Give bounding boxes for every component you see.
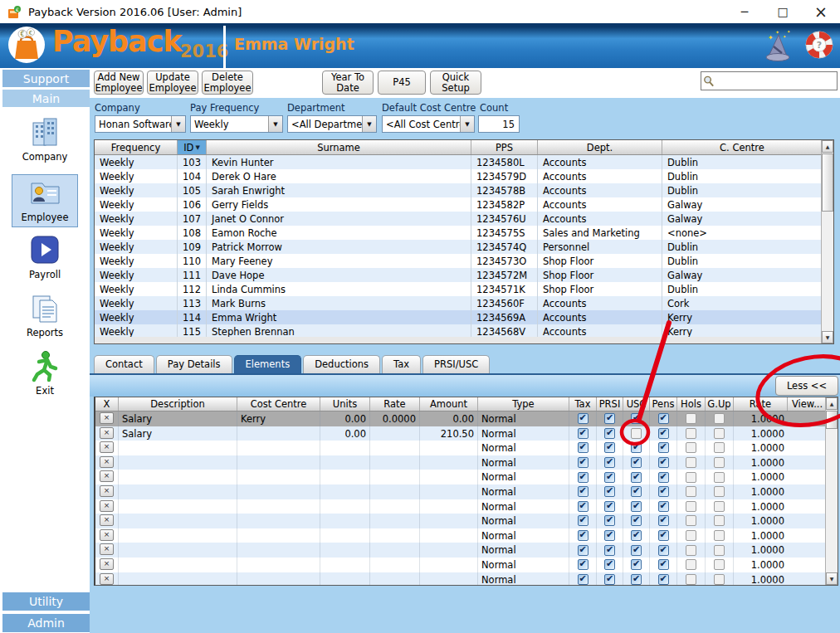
- employee-row[interactable]: Weekly113Mark Burns1234560FAccountsCork: [95, 296, 821, 310]
- usc-checkbox[interactable]: [631, 413, 642, 424]
- sidebar-section-main[interactable]: Main: [2, 90, 90, 107]
- company-filter-dropdown[interactable]: Honan Software ▼: [95, 115, 186, 133]
- prsi-checkbox[interactable]: [604, 530, 615, 541]
- scroll-up-icon[interactable]: ▲: [826, 397, 838, 410]
- element-row[interactable]: ×Normal1.0000: [95, 455, 825, 470]
- scroll-down-icon[interactable]: ▼: [822, 331, 833, 343]
- tab-tax[interactable]: Tax: [382, 355, 421, 373]
- chevron-down-icon[interactable]: ▼: [362, 116, 376, 132]
- delete-element-button[interactable]: ×: [100, 427, 114, 439]
- employee-row[interactable]: Weekly108Eamon Roche1234575SSales and Ma…: [95, 226, 821, 240]
- prsi-checkbox[interactable]: [604, 574, 615, 585]
- search-input[interactable]: [715, 72, 837, 90]
- chevron-down-icon[interactable]: ▼: [460, 116, 474, 132]
- tax-checkbox[interactable]: [578, 559, 588, 570]
- delete-element-button[interactable]: ×: [100, 412, 114, 424]
- employee-row[interactable]: Weekly114Emma Wright1234569AAccountsKerr…: [95, 310, 821, 324]
- pens-checkbox[interactable]: [658, 545, 669, 556]
- gup-checkbox[interactable]: [714, 486, 725, 497]
- column-header-id[interactable]: ID▼: [178, 140, 207, 154]
- usc-checkbox[interactable]: [631, 501, 642, 512]
- pens-checkbox[interactable]: [658, 501, 669, 512]
- prsi-checkbox[interactable]: [604, 545, 615, 556]
- quick-setup-button[interactable]: Quick Setup: [430, 71, 481, 95]
- wizard-hat-icon[interactable]: ✦ ✦ ✦ ✦: [762, 28, 795, 63]
- gup-checkbox[interactable]: [714, 559, 725, 570]
- chevron-down-icon[interactable]: ▼: [268, 116, 282, 132]
- usc-checkbox[interactable]: [631, 472, 642, 483]
- gup-checkbox[interactable]: [714, 472, 725, 483]
- delete-element-button[interactable]: ×: [100, 573, 114, 585]
- prsi-checkbox[interactable]: [604, 501, 615, 512]
- pens-checkbox[interactable]: [658, 472, 669, 483]
- elements-column-header-hols[interactable]: Hols: [677, 397, 706, 411]
- tab-pay-details[interactable]: Pay Details: [156, 355, 232, 373]
- pens-checkbox[interactable]: [658, 530, 669, 541]
- pens-checkbox[interactable]: [658, 515, 669, 526]
- scroll-up-icon[interactable]: ▲: [822, 140, 833, 153]
- department-filter-dropdown[interactable]: <All Department ▼: [287, 115, 377, 133]
- sidebar-section-utility[interactable]: Utility: [2, 592, 90, 611]
- delete-element-button[interactable]: ×: [100, 485, 114, 497]
- gup-checkbox[interactable]: [714, 428, 725, 439]
- delete-element-button[interactable]: ×: [100, 558, 114, 570]
- delete-element-button[interactable]: ×: [100, 500, 114, 512]
- tax-checkbox[interactable]: [578, 574, 588, 585]
- employee-row[interactable]: Weekly106Gerry Fields1234582PAccountsGal…: [95, 197, 821, 212]
- employee-row[interactable]: Weekly110Mary Feeney1234573OShop FloorDu…: [95, 254, 821, 268]
- add-new-employee-button[interactable]: Add New Employee: [94, 71, 144, 95]
- element-row[interactable]: ×Normal1.0000: [95, 441, 825, 455]
- elements-column-header-rate-multiplier[interactable]: Rate: [734, 397, 788, 411]
- maximize-button[interactable]: □: [764, 0, 802, 23]
- element-row[interactable]: ×Salary0.00210.50Normal1.0000: [95, 426, 825, 441]
- elements-column-header-rate[interactable]: Rate: [370, 397, 420, 411]
- tax-checkbox[interactable]: [578, 486, 588, 497]
- element-row[interactable]: ×Normal1.0000: [95, 514, 825, 528]
- prsi-checkbox[interactable]: [604, 559, 615, 570]
- hols-checkbox[interactable]: [686, 530, 696, 541]
- elements-column-header-prsi[interactable]: PRSI: [597, 397, 623, 411]
- elements-column-header-units[interactable]: Units: [320, 397, 370, 411]
- sidebar-item-company[interactable]: Company: [12, 114, 78, 168]
- prsi-checkbox[interactable]: [604, 472, 615, 483]
- hols-checkbox[interactable]: [686, 428, 696, 439]
- element-row[interactable]: ×Normal1.0000: [95, 558, 825, 572]
- hols-checkbox[interactable]: [686, 515, 696, 526]
- prsi-checkbox[interactable]: [604, 442, 615, 453]
- elements-table-scrollbar[interactable]: ▲ ▼: [825, 397, 838, 585]
- column-header-surname[interactable]: Surname: [207, 140, 471, 154]
- close-button[interactable]: ×: [802, 0, 840, 23]
- pens-checkbox[interactable]: [658, 442, 669, 453]
- less-button[interactable]: Less <<: [775, 376, 838, 396]
- minimize-button[interactable]: ─: [725, 0, 764, 23]
- pens-checkbox[interactable]: [658, 574, 669, 585]
- usc-checkbox[interactable]: [631, 486, 642, 497]
- prsi-checkbox[interactable]: [604, 413, 615, 424]
- employee-row[interactable]: Weekly112Linda Cummins1234571KShop Floor…: [95, 282, 821, 296]
- tax-checkbox[interactable]: [578, 472, 588, 483]
- element-row[interactable]: ×SalaryKerry0.000.00000.00Normal1.0000: [95, 411, 825, 426]
- elements-column-header-gup[interactable]: G.Up: [706, 397, 734, 411]
- tax-checkbox[interactable]: [578, 457, 588, 468]
- tax-checkbox[interactable]: [578, 428, 588, 439]
- gup-checkbox[interactable]: [714, 515, 725, 526]
- employee-row[interactable]: Weekly107Janet O Connor1234576UAccountsG…: [95, 212, 821, 226]
- usc-checkbox[interactable]: [631, 574, 642, 585]
- elements-column-header-usc[interactable]: USC: [623, 397, 650, 411]
- prsi-checkbox[interactable]: [604, 457, 615, 468]
- elements-column-header-amount[interactable]: Amount: [420, 397, 478, 411]
- p45-button[interactable]: P45: [378, 71, 426, 95]
- hols-checkbox[interactable]: [686, 501, 696, 512]
- pens-checkbox[interactable]: [658, 486, 669, 497]
- employee-row[interactable]: Weekly111Dave Hope1234572MShop FloorGalw…: [95, 268, 821, 282]
- element-row[interactable]: ×Normal1.0000: [95, 572, 825, 585]
- gup-checkbox[interactable]: [714, 457, 725, 468]
- sidebar-item-exit[interactable]: Exit: [12, 348, 78, 402]
- usc-checkbox[interactable]: [631, 442, 642, 453]
- delete-employee-button[interactable]: Delete Employee: [202, 71, 253, 95]
- hols-checkbox[interactable]: [686, 413, 696, 424]
- tax-checkbox[interactable]: [578, 442, 588, 453]
- scrollbar-thumb[interactable]: [826, 411, 838, 429]
- pens-checkbox[interactable]: [658, 413, 669, 424]
- elements-column-header-type[interactable]: Type: [478, 397, 569, 411]
